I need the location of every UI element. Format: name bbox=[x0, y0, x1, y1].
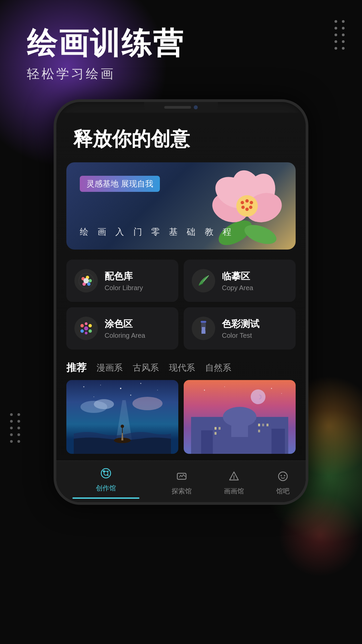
svg-point-63 bbox=[204, 390, 205, 391]
svg-rect-31 bbox=[201, 321, 206, 323]
svg-point-38 bbox=[130, 395, 131, 396]
nav-item-creator[interactable]: 创作馆 bbox=[72, 468, 139, 499]
features-grid: 配色库 Color Library 临摹区 bbox=[56, 256, 306, 353]
svg-point-77 bbox=[281, 475, 282, 476]
svg-point-33 bbox=[100, 385, 101, 385]
category-label: 推荐 bbox=[66, 361, 86, 375]
feature-coloring-area-name: 涂色区 bbox=[105, 318, 170, 330]
feature-color-test-name: 色彩测试 bbox=[222, 318, 288, 330]
svg-rect-51 bbox=[231, 417, 248, 437]
gallery-item-ocean[interactable] bbox=[66, 380, 178, 454]
sparkles-icon bbox=[74, 317, 98, 340]
category-tab-1[interactable]: 古风系 bbox=[133, 362, 159, 374]
bottom-navigation: 创作馆 探索馆 bbox=[56, 461, 306, 502]
svg-point-71 bbox=[107, 475, 109, 476]
svg-rect-58 bbox=[215, 432, 217, 435]
svg-rect-57 bbox=[219, 427, 221, 430]
svg-point-8 bbox=[245, 199, 249, 203]
feather-icon bbox=[192, 269, 215, 292]
svg-point-76 bbox=[279, 472, 287, 481]
svg-rect-60 bbox=[262, 424, 264, 426]
bg-red-glow bbox=[278, 493, 362, 577]
app-title: 绘画训练营 bbox=[27, 27, 335, 60]
svg-rect-59 bbox=[258, 424, 260, 426]
category-tab-2[interactable]: 现代系 bbox=[169, 362, 195, 374]
gallery-item-city[interactable]: ☽ bbox=[184, 380, 296, 454]
phone-frame: 释放你的创意 灵感基地 展现自我 bbox=[54, 99, 308, 505]
svg-point-13 bbox=[241, 201, 244, 204]
nav-bar-icon bbox=[277, 471, 289, 485]
category-tabs: 推荐 漫画系 古风系 现代系 自然系 bbox=[56, 353, 306, 380]
feature-coloring-area-desc: Coloring Area bbox=[105, 332, 170, 339]
nav-paint-icon bbox=[228, 471, 240, 485]
feature-color-library[interactable]: 配色库 Color Library bbox=[66, 260, 178, 302]
svg-rect-54 bbox=[201, 430, 213, 454]
svg-point-45 bbox=[94, 399, 114, 409]
nav-creator-icon bbox=[100, 468, 112, 482]
svg-point-21 bbox=[84, 326, 88, 330]
banner-tag: 灵感基地 展现自我 bbox=[80, 176, 160, 192]
banner-bottom-text: 绘 画 入 门 零 基 础 教 程 bbox=[80, 226, 235, 238]
svg-point-20 bbox=[83, 278, 89, 283]
feature-copy-area-name: 临摹区 bbox=[222, 270, 288, 283]
gallery-grid: ☽ bbox=[56, 380, 306, 461]
svg-point-25 bbox=[88, 329, 92, 333]
svg-point-42 bbox=[121, 425, 124, 428]
feature-color-library-name: 配色库 bbox=[105, 270, 170, 283]
svg-point-32 bbox=[83, 386, 84, 387]
category-tab-0[interactable]: 漫画系 bbox=[97, 362, 123, 374]
svg-rect-52 bbox=[211, 424, 225, 454]
nav-item-bar[interactable]: 馆吧 bbox=[276, 471, 290, 496]
svg-point-66 bbox=[281, 393, 282, 394]
feature-color-test-desc: Color Test bbox=[222, 332, 288, 339]
header: 绘画训练营 轻松学习绘画 bbox=[0, 0, 362, 89]
svg-point-75 bbox=[234, 478, 235, 479]
svg-rect-30 bbox=[201, 330, 205, 334]
svg-point-17 bbox=[88, 279, 92, 282]
svg-text:☽: ☽ bbox=[257, 394, 262, 400]
palette-icon bbox=[74, 269, 98, 292]
svg-point-70 bbox=[107, 471, 109, 472]
svg-point-9 bbox=[250, 201, 253, 204]
nav-active-indicator bbox=[72, 497, 139, 499]
nav-paint-label: 画画馆 bbox=[224, 487, 244, 496]
feature-copy-area-desc: Copy Area bbox=[222, 284, 288, 292]
svg-point-12 bbox=[241, 206, 245, 209]
svg-point-11 bbox=[245, 208, 249, 211]
svg-point-37 bbox=[94, 396, 94, 397]
feature-color-library-desc: Color Library bbox=[105, 284, 170, 292]
svg-point-36 bbox=[157, 390, 158, 390]
phone-notch bbox=[144, 102, 218, 113]
nav-item-paint[interactable]: 画画馆 bbox=[224, 471, 244, 496]
svg-point-24 bbox=[80, 329, 84, 333]
feature-copy-area[interactable]: 临摹区 Copy Area bbox=[184, 260, 296, 302]
svg-point-22 bbox=[80, 324, 84, 327]
phone-screen: 释放你的创意 灵感基地 展现自我 bbox=[56, 113, 306, 502]
svg-point-7 bbox=[236, 195, 258, 217]
banner-card[interactable]: 灵感基地 展现自我 bbox=[66, 162, 296, 250]
nav-item-explore[interactable]: 探索馆 bbox=[172, 471, 192, 496]
phone-wrapper: 释放你的创意 灵感基地 展现自我 bbox=[0, 99, 362, 505]
svg-point-23 bbox=[88, 324, 92, 327]
feature-coloring-area[interactable]: 涂色区 Coloring Area bbox=[66, 307, 178, 350]
svg-rect-55 bbox=[272, 429, 285, 454]
svg-point-34 bbox=[120, 388, 121, 389]
svg-rect-56 bbox=[215, 427, 217, 430]
svg-point-65 bbox=[271, 388, 272, 389]
svg-point-46 bbox=[132, 397, 163, 410]
svg-rect-61 bbox=[266, 424, 268, 426]
nav-explore-icon bbox=[176, 471, 187, 485]
svg-point-78 bbox=[284, 475, 285, 476]
svg-point-35 bbox=[140, 383, 141, 384]
svg-point-64 bbox=[224, 386, 225, 387]
notch-speaker bbox=[164, 106, 191, 109]
category-tab-3[interactable]: 自然系 bbox=[205, 362, 231, 374]
feature-color-test[interactable]: 色彩测试 Color Test bbox=[184, 307, 296, 350]
phone-hero-text: 释放你的创意 bbox=[56, 113, 306, 159]
svg-point-10 bbox=[249, 206, 252, 209]
nav-explore-label: 探索馆 bbox=[172, 487, 192, 496]
nav-bar-label: 馆吧 bbox=[276, 487, 290, 496]
notch-camera bbox=[194, 105, 198, 109]
svg-point-26 bbox=[85, 322, 87, 325]
nav-creator-label: 创作馆 bbox=[96, 484, 116, 493]
